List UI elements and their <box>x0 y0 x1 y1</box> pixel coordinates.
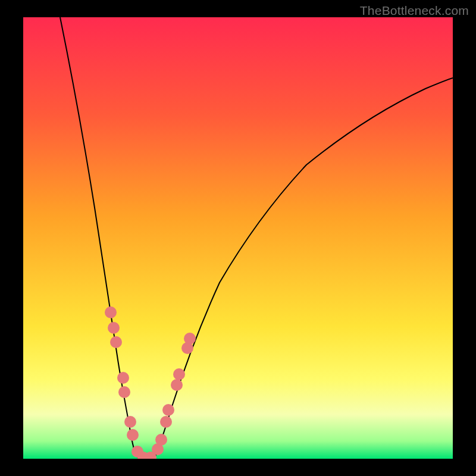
marker-dot <box>105 306 117 318</box>
v-curve-right <box>154 78 453 459</box>
marker-dot <box>124 416 136 428</box>
marker-dot <box>108 322 120 334</box>
marker-dot <box>173 368 185 380</box>
chart-svg <box>23 17 453 459</box>
marker-dot <box>117 372 129 384</box>
marker-dot <box>171 379 183 391</box>
marker-dot <box>160 416 172 428</box>
marker-dot <box>110 336 122 348</box>
marker-dot <box>162 404 174 416</box>
marker-dot <box>184 333 196 345</box>
chart-plot-area <box>23 17 453 459</box>
marker-group <box>105 306 196 459</box>
marker-dot <box>155 434 167 446</box>
chart-frame: TheBottleneck.com <box>0 0 476 476</box>
marker-dot <box>127 429 139 441</box>
watermark-text: TheBottleneck.com <box>360 4 469 18</box>
marker-dot <box>118 386 130 398</box>
